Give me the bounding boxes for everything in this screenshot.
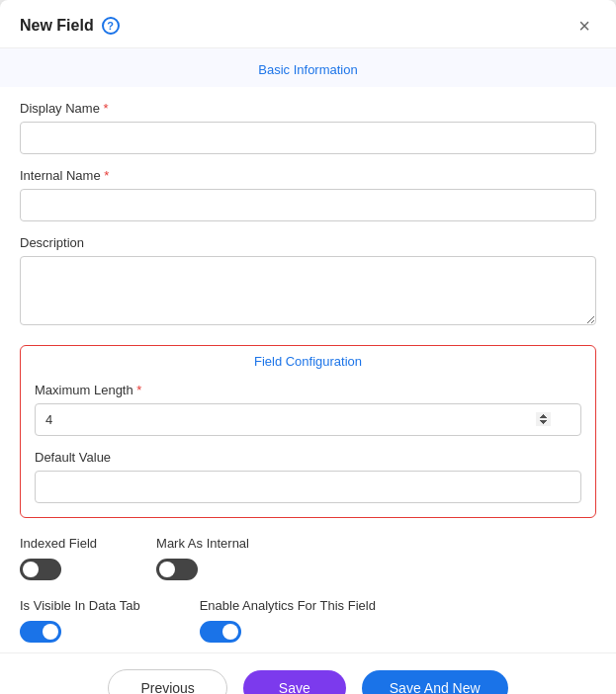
close-button[interactable]: × <box>572 14 596 38</box>
help-icon[interactable]: ? <box>102 17 120 35</box>
toggles-row-1: Indexed Field Mark As Internal <box>20 536 596 580</box>
max-length-label: Maximum Length * <box>35 383 581 397</box>
max-length-group: Maximum Length * <box>35 383 581 436</box>
indexed-field-group: Indexed Field <box>20 536 97 580</box>
visible-in-data-tab-group: Is Visible In Data Tab <box>20 598 140 643</box>
enable-analytics-group: Enable Analytics For This Field <box>200 598 376 643</box>
internal-name-input[interactable] <box>20 189 596 221</box>
mark-as-internal-label: Mark As Internal <box>156 536 249 551</box>
modal-title: New Field <box>20 17 94 35</box>
description-group: Description <box>20 235 596 329</box>
display-name-label: Display Name * <box>20 101 596 116</box>
max-length-input[interactable] <box>35 403 581 436</box>
default-value-group: Default Value <box>35 450 581 503</box>
modal-header: New Field ? × <box>0 0 616 48</box>
visible-in-data-tab-toggle[interactable] <box>20 621 61 643</box>
previous-button[interactable]: Previous <box>108 669 226 694</box>
modal-title-row: New Field ? <box>20 17 120 35</box>
mark-as-internal-toggle[interactable] <box>156 559 198 580</box>
enable-analytics-slider <box>200 621 241 643</box>
display-name-input[interactable] <box>20 122 596 154</box>
field-config-section: Field Configuration Maximum Length * Def… <box>20 345 596 518</box>
save-and-new-button[interactable]: Save And New <box>362 670 508 694</box>
visible-in-data-tab-slider <box>20 621 61 643</box>
max-length-wrapper <box>35 403 581 436</box>
save-button[interactable]: Save <box>243 670 346 694</box>
description-input[interactable] <box>20 256 596 325</box>
enable-analytics-toggle[interactable] <box>200 621 241 643</box>
enable-analytics-label: Enable Analytics For This Field <box>200 598 376 613</box>
default-value-label: Default Value <box>35 450 581 465</box>
toggles-row-2: Is Visible In Data Tab Enable Analytics … <box>20 598 596 643</box>
new-field-modal: New Field ? × Basic Information Display … <box>0 0 616 694</box>
internal-name-group: Internal Name * <box>20 168 596 221</box>
display-name-group: Display Name * <box>20 101 596 154</box>
modal-footer: Previous Save Save And New <box>0 652 616 694</box>
visible-in-data-tab-label: Is Visible In Data Tab <box>20 598 140 613</box>
modal-body: Basic Information Display Name * Interna… <box>0 48 616 652</box>
indexed-field-slider <box>20 559 61 580</box>
internal-name-label: Internal Name * <box>20 168 596 183</box>
mark-as-internal-slider <box>156 559 198 580</box>
indexed-field-toggle[interactable] <box>20 559 61 580</box>
description-label: Description <box>20 235 596 250</box>
basic-info-section-label: Basic Information <box>0 48 616 87</box>
default-value-input[interactable] <box>35 471 581 503</box>
indexed-field-label: Indexed Field <box>20 536 97 551</box>
mark-as-internal-group: Mark As Internal <box>156 536 249 580</box>
field-config-label: Field Configuration <box>35 354 581 369</box>
